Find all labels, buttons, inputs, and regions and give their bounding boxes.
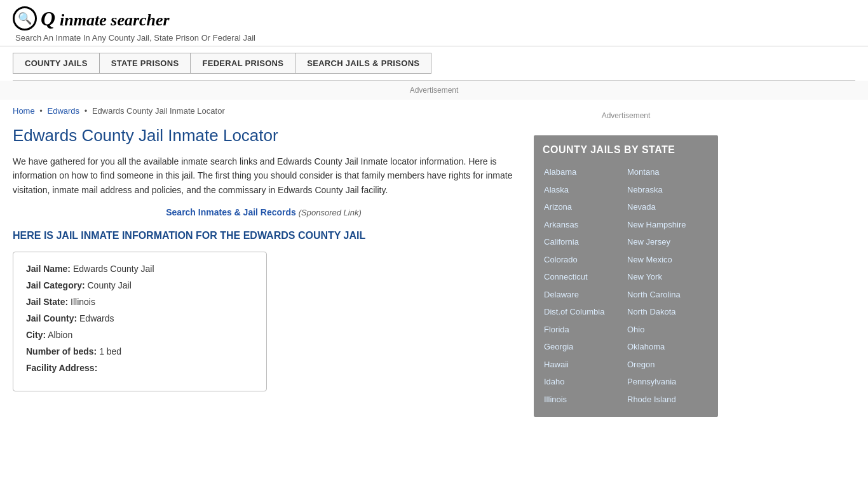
state-link[interactable]: Oklahoma — [626, 338, 709, 356]
ad-banner-top: Advertisement — [0, 81, 868, 100]
jail-name-label: Jail Name: — [26, 264, 71, 274]
state-link[interactable]: New Hampshire — [626, 216, 709, 234]
states-col2: MontanaNebraskaNevadaNew HampshireNew Je… — [626, 163, 709, 408]
jail-city-label: City: — [26, 330, 46, 340]
state-link[interactable]: New York — [626, 268, 709, 286]
state-link[interactable]: Arkansas — [543, 216, 626, 234]
nav-search-jails[interactable]: SEARCH JAILS & PRISONS — [295, 53, 431, 73]
tagline: Search An Inmate In Any County Jail, Sta… — [15, 33, 855, 43]
nav-county-jails[interactable]: COUNTY JAILS — [13, 53, 100, 73]
header: 🔍 Q inmate searcher Search An Inmate In … — [0, 0, 868, 46]
logo-icon: 🔍 — [13, 6, 37, 30]
state-link[interactable]: Connecticut — [543, 268, 626, 286]
state-link[interactable]: Hawaii — [543, 356, 626, 374]
jail-name-row: Jail Name: Edwards County Jail — [26, 264, 254, 274]
jail-county-label: Jail County: — [26, 313, 77, 323]
breadcrumb: Home • Edwards • Edwards County Jail Inm… — [13, 106, 515, 116]
jail-info-heading: HERE IS JAIL INMATE INFORMATION FOR THE … — [13, 230, 515, 241]
breadcrumb-home[interactable]: Home — [13, 106, 35, 116]
state-link[interactable]: Colorado — [543, 251, 626, 269]
left-content: Home • Edwards • Edwards County Jail Inm… — [13, 106, 515, 417]
jail-category-row: Jail Category: County Jail — [26, 280, 254, 290]
jail-state-label: Jail State: — [26, 297, 68, 307]
jail-city-value: Albion — [48, 330, 72, 340]
right-sidebar: Advertisement COUNTY JAILS BY STATE Alab… — [534, 106, 718, 417]
state-link[interactable]: Florida — [543, 321, 626, 339]
page-title: Edwards County Jail Inmate Locator — [13, 126, 515, 146]
nav-federal-prisons[interactable]: FEDERAL PRISONS — [191, 53, 295, 73]
breadcrumb-current: Edwards County Jail Inmate Locator — [92, 106, 225, 116]
logo-area: 🔍 Q inmate searcher — [13, 6, 855, 30]
state-link[interactable]: Alaska — [543, 181, 626, 199]
state-link[interactable]: Idaho — [543, 373, 626, 391]
breadcrumb-edwards[interactable]: Edwards — [48, 106, 80, 116]
state-link[interactable]: North Dakota — [626, 303, 709, 321]
jail-county-value: Edwards — [79, 313, 114, 323]
state-link[interactable]: Georgia — [543, 338, 626, 356]
logo-text: Q inmate searcher — [41, 7, 170, 30]
breadcrumb-sep2: • — [85, 106, 88, 116]
state-link[interactable]: Rhode Island — [626, 391, 709, 409]
jail-state-value: Illinois — [71, 297, 95, 307]
state-link[interactable]: Illinois — [543, 391, 626, 409]
sponsored-label: (Sponsored Link) — [299, 208, 362, 217]
sponsored-link[interactable]: Search Inmates & Jail Records — [166, 207, 296, 217]
state-link[interactable]: North Carolina — [626, 286, 709, 304]
info-card: Jail Name: Edwards County Jail Jail Cate… — [13, 252, 267, 391]
jail-address-label: Facility Address: — [26, 363, 97, 373]
ad-banner-right: Advertisement — [534, 106, 718, 125]
state-link[interactable]: Dist.of Columbia — [543, 303, 626, 321]
state-link[interactable]: New Jersey — [626, 233, 709, 251]
jail-city-row: City: Albion — [26, 330, 254, 340]
states-col1: AlabamaAlaskaArizonaArkansasCaliforniaCo… — [543, 163, 626, 408]
state-link[interactable]: Alabama — [543, 163, 626, 181]
state-link[interactable]: New Mexico — [626, 251, 709, 269]
state-link[interactable]: Arizona — [543, 198, 626, 216]
state-link[interactable]: Ohio — [626, 321, 709, 339]
nav-state-prisons[interactable]: STATE PRISONS — [100, 53, 191, 73]
description: We have gathered for you all the availab… — [13, 154, 515, 197]
state-link[interactable]: California — [543, 233, 626, 251]
sponsored-link-area: Search Inmates & Jail Records (Sponsored… — [13, 207, 515, 217]
state-box-title: COUNTY JAILS BY STATE — [543, 144, 709, 156]
state-link[interactable]: Pennsylvania — [626, 373, 709, 391]
state-link[interactable]: Nebraska — [626, 181, 709, 199]
jail-beds-row: Number of beds: 1 bed — [26, 346, 254, 356]
jail-beds-label: Number of beds: — [26, 346, 97, 356]
jail-county-row: Jail County: Edwards — [26, 313, 254, 323]
jail-category-label: Jail Category: — [26, 280, 85, 290]
nav: COUNTY JAILS STATE PRISONS FEDERAL PRISO… — [13, 53, 431, 74]
state-link[interactable]: Delaware — [543, 286, 626, 304]
jail-name-value: Edwards County Jail — [73, 264, 154, 274]
state-link[interactable]: Nevada — [626, 198, 709, 216]
jail-address-row: Facility Address: — [26, 363, 254, 373]
main-layout: Home • Edwards • Edwards County Jail Inm… — [0, 106, 868, 417]
state-link[interactable]: Montana — [626, 163, 709, 181]
jail-state-row: Jail State: Illinois — [26, 297, 254, 307]
state-link[interactable]: Oregon — [626, 356, 709, 374]
state-grid: AlabamaAlaskaArizonaArkansasCaliforniaCo… — [543, 163, 709, 408]
state-box: COUNTY JAILS BY STATE AlabamaAlaskaArizo… — [534, 135, 718, 417]
jail-category-value: County Jail — [87, 280, 131, 290]
jail-beds-value: 1 bed — [99, 346, 121, 356]
breadcrumb-sep1: • — [39, 106, 43, 116]
